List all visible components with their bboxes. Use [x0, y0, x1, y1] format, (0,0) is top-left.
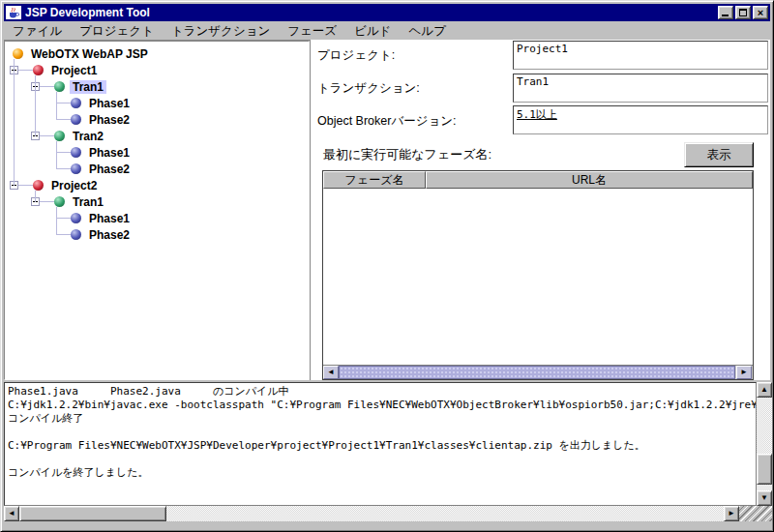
tree-connector	[56, 92, 57, 120]
tree-item-label: Phase2	[86, 163, 133, 176]
object-broker-version-field[interactable]: 5.1以上	[513, 105, 768, 134]
scroll-right-icon[interactable]: ►	[724, 506, 739, 521]
tree-connector	[56, 218, 71, 219]
minimize-button[interactable]	[718, 6, 733, 19]
scroll-right-icon[interactable]: ►	[736, 366, 752, 379]
tree-connector	[56, 234, 71, 235]
show-button[interactable]: 表示	[684, 142, 754, 167]
project-label: プロジェクト:	[317, 47, 395, 64]
tree-item-phase2[interactable]: Phase2	[5, 161, 309, 177]
tree-item-label: Tran1	[70, 195, 106, 209]
phase-name-column-header[interactable]: フェーズ名	[323, 171, 426, 189]
phase-table-horizontal-scrollbar: ◄ ►	[323, 365, 753, 379]
menu-item-5[interactable]: ヘルプ	[401, 22, 455, 41]
tree-item-label: Phase1	[86, 146, 133, 160]
red-ball-icon	[33, 180, 44, 191]
tree-connector	[35, 191, 36, 202]
blue-ball-icon	[71, 114, 81, 125]
tree-item-webotx-webap-jsp[interactable]: WebOTX WebAP JSP	[5, 45, 309, 62]
tree-connector	[56, 152, 71, 153]
green-ball-icon	[54, 81, 65, 92]
transaction-field[interactable]: Tran1	[513, 74, 768, 103]
project-tree: WebOTX WebAP JSPProject1Tran1Phase1Phase…	[4, 41, 310, 380]
console-vertical-scrollbar: ▲ ▼	[757, 382, 772, 506]
close-button[interactable]: ×	[753, 6, 768, 19]
phase-table: フェーズ名 URL名 ◄ ►	[322, 170, 754, 380]
scroll-left-icon[interactable]: ◄	[323, 366, 339, 379]
tree-connector	[40, 86, 54, 87]
tree-item-phase2[interactable]: Phase2	[5, 226, 309, 243]
tree-item-phase2[interactable]: Phase2	[5, 111, 309, 128]
tree-connector	[35, 75, 36, 136]
green-ball-icon	[54, 131, 65, 141]
scroll-up-icon[interactable]: ▲	[757, 382, 772, 398]
tree-connector	[40, 135, 54, 136]
tree-item-label: Phase1	[86, 212, 133, 225]
window-controls: ×	[718, 6, 768, 19]
object-broker-version-label: Object Brokerバージョン:	[317, 113, 457, 130]
console-area: Phase1.java Phase2.java のコンパイル中 C:¥jdk1.…	[4, 382, 772, 521]
tree-connector	[56, 103, 71, 103]
transaction-label: トランザクション:	[317, 80, 420, 97]
tree-connector	[56, 141, 57, 169]
green-ball-icon	[54, 196, 65, 207]
blue-ball-icon	[71, 229, 81, 240]
orange-ball-icon	[13, 48, 23, 59]
scrollbar-thumb[interactable]	[339, 366, 735, 379]
menu-item-4[interactable]: ビルド	[345, 22, 400, 41]
project-field[interactable]: Project1	[513, 41, 768, 70]
menu-item-2[interactable]: トランザクション	[163, 22, 279, 41]
blue-ball-icon	[71, 163, 81, 174]
menubar: ファイルプロジェクトトランザクションフェーズビルドヘルプ	[4, 22, 770, 41]
java-cup-icon	[6, 6, 21, 19]
maximize-button[interactable]	[735, 6, 751, 19]
red-ball-icon	[33, 65, 44, 75]
tree-item-tran2[interactable]: Tran2	[5, 128, 309, 144]
tree-connector	[18, 70, 33, 71]
url-name-column-header[interactable]: URL名	[426, 171, 753, 189]
menu-item-1[interactable]: プロジェクト	[71, 22, 163, 41]
close-icon: ×	[754, 6, 767, 19]
tree-item-label: Phase2	[86, 228, 133, 242]
tree-connector	[56, 119, 71, 120]
phase-table-body[interactable]	[323, 189, 753, 365]
app-window: JSP Development Tool × ファイルプロジェクトトランザクショ…	[0, 0, 774, 532]
tree-item-tran1[interactable]: Tran1	[5, 78, 309, 95]
tree-connector	[56, 168, 71, 169]
console-log-text: Phase1.java Phase2.java のコンパイル中 C:¥jdk1.…	[5, 383, 756, 482]
tree-item-tran1[interactable]: Tran1	[5, 193, 309, 210]
blue-ball-icon	[71, 147, 81, 158]
scroll-down-icon[interactable]: ▼	[757, 490, 772, 506]
scroll-left-icon[interactable]: ◄	[4, 506, 19, 521]
tree-item-label: Phase1	[86, 97, 133, 110]
tree-item-phase1[interactable]: Phase1	[5, 210, 309, 226]
console-output[interactable]: Phase1.java Phase2.java のコンパイル中 C:¥jdk1.…	[4, 382, 757, 506]
tree-item-phase1[interactable]: Phase1	[5, 144, 309, 161]
blue-ball-icon	[71, 98, 81, 108]
blue-ball-icon	[71, 213, 81, 223]
resize-grip[interactable]	[739, 506, 772, 521]
tree-connector	[18, 185, 33, 186]
tree-connector	[40, 201, 54, 202]
menu-item-3[interactable]: フェーズ	[279, 22, 345, 41]
tree-item-label: Project2	[48, 179, 100, 192]
tree-item-label: WebOTX WebAP JSP	[28, 47, 151, 61]
tree-item-project1[interactable]: Project1	[5, 62, 309, 78]
tree-connector	[14, 59, 15, 186]
scrollbar-thumb[interactable]	[19, 506, 166, 521]
console-horizontal-scrollbar: ◄ ►	[4, 506, 739, 521]
minimize-icon	[722, 15, 729, 16]
menu-item-0[interactable]: ファイル	[4, 22, 71, 41]
tree-item-label: Tran2	[70, 130, 106, 143]
initial-phase-label: 最初に実行可能なフェーズ名:	[323, 146, 491, 163]
tree-connector	[56, 207, 57, 235]
tree-item-label: Phase2	[86, 113, 133, 127]
scrollbar-thumb[interactable]	[757, 454, 772, 485]
detail-panel: プロジェクト: トランザクション: Object Brokerバージョン: Pr…	[310, 40, 770, 380]
tree-item-phase1[interactable]: Phase1	[5, 95, 309, 111]
titlebar[interactable]: JSP Development Tool ×	[4, 4, 770, 21]
maximize-icon	[739, 9, 747, 16]
tree-item-project2[interactable]: Project2	[5, 177, 309, 193]
tree-item-label: Project1	[48, 64, 100, 77]
phase-table-header: フェーズ名 URL名	[323, 171, 753, 189]
